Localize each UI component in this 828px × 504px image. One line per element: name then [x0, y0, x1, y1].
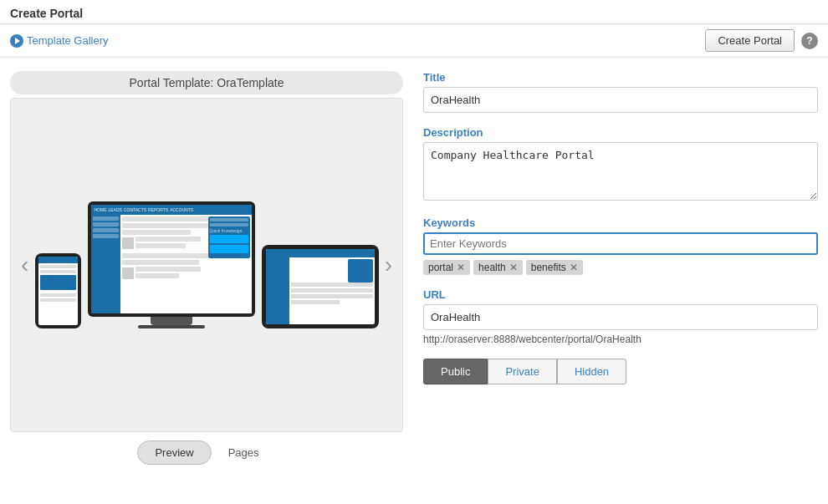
visibility-private-btn[interactable]: Private — [488, 359, 556, 384]
visibility-row: Public Private Hidden — [423, 359, 818, 384]
keywords-input-wrapper[interactable] — [423, 232, 818, 255]
keywords-field-group: Keywords portal ✕ health ✕ benefits ✕ — [423, 216, 818, 275]
template-label: Portal Template: OraTemplate — [10, 71, 403, 94]
title-label: Title — [423, 71, 818, 84]
url-full-text: http://oraserver:8888/webcenter/portal/O… — [423, 333, 818, 345]
monitor-stand — [151, 317, 192, 325]
tab-preview[interactable]: Preview — [137, 440, 211, 465]
description-label: Description — [423, 126, 818, 139]
create-portal-button[interactable]: Create Portal — [705, 29, 795, 52]
keyword-tags: portal ✕ health ✕ benefits ✕ — [423, 260, 818, 275]
keyword-remove-portal[interactable]: ✕ — [457, 262, 465, 272]
description-field-group: Description Company Healthcare Portal — [423, 126, 818, 203]
help-icon[interactable]: ? — [801, 33, 818, 49]
preview-container: ‹ — [10, 98, 403, 432]
title-field-group: Title — [423, 71, 818, 113]
keyword-remove-benefits[interactable]: ✕ — [570, 262, 578, 272]
prev-arrow[interactable]: ‹ — [14, 245, 35, 285]
description-textarea[interactable]: Company Healthcare Portal — [423, 142, 818, 201]
url-label: URL — [423, 288, 818, 301]
keywords-input[interactable] — [430, 237, 811, 250]
template-gallery-link[interactable]: Template Gallery — [10, 34, 109, 48]
monitor-group: HOME LEADS CONTACTS REPORTS ACCOUNTS — [88, 201, 255, 328]
phone-frame — [35, 253, 81, 328]
preview-tabs: Preview Pages — [10, 440, 403, 465]
keyword-tag-health: health ✕ — [473, 260, 523, 275]
title-input[interactable] — [423, 87, 818, 113]
right-panel: Title Description Company Healthcare Por… — [423, 71, 818, 465]
main-content: Portal Template: OraTemplate ‹ — [0, 58, 828, 478]
phone-screen — [38, 257, 78, 325]
left-panel: Portal Template: OraTemplate ‹ — [10, 71, 403, 465]
tablet-frame — [262, 245, 379, 328]
keyword-tag-label: health — [478, 262, 506, 273]
monitor-base — [138, 325, 205, 328]
template-gallery-label: Template Gallery — [27, 34, 109, 47]
keyword-tag-label: portal — [428, 262, 453, 273]
monitor-frame: HOME LEADS CONTACTS REPORTS ACCOUNTS — [88, 201, 255, 317]
visibility-hidden-btn[interactable]: Hidden — [557, 359, 626, 384]
keyword-tag-portal: portal ✕ — [423, 260, 470, 275]
top-right-actions: Create Portal ? — [705, 29, 818, 52]
screen-sidebar — [91, 215, 120, 313]
page-header: Create Portal — [0, 0, 828, 24]
tablet-screen — [266, 249, 375, 324]
screen-content: Quick Knowledge — [120, 215, 252, 313]
visibility-public-btn[interactable]: Public — [423, 359, 488, 384]
keyword-remove-health[interactable]: ✕ — [509, 262, 518, 272]
gallery-icon — [10, 34, 23, 48]
url-field-group: URL http://oraserver:8888/webcenter/port… — [423, 288, 818, 345]
url-input[interactable] — [423, 304, 818, 330]
monitor-screen: HOME LEADS CONTACTS REPORTS ACCOUNTS — [91, 205, 252, 313]
tab-pages[interactable]: Pages — [212, 441, 276, 464]
next-arrow[interactable]: › — [378, 245, 399, 285]
top-bar: Template Gallery Create Portal ? — [0, 24, 828, 58]
keywords-label: Keywords — [423, 216, 818, 229]
keyword-tag-label: benefits — [531, 262, 566, 273]
device-mockup: HOME LEADS CONTACTS REPORTS ACCOUNTS — [35, 201, 379, 328]
keyword-tag-benefits: benefits ✕ — [526, 260, 583, 275]
page-title: Create Portal — [10, 7, 83, 20]
